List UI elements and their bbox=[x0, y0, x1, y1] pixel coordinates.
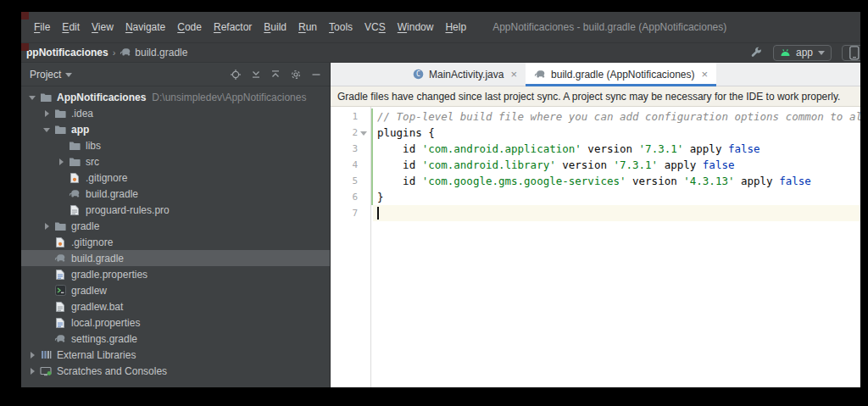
chevron-down-icon bbox=[818, 50, 825, 55]
tree-item-label: .gitignore bbox=[86, 172, 127, 184]
tree-item-settings-gradle[interactable]: settings.gradle bbox=[21, 331, 330, 347]
tree-item-label: local.properties bbox=[71, 317, 140, 329]
code-line-3[interactable]: 3 id 'com.android.application' version '… bbox=[331, 141, 860, 157]
project-panel: Project AppNotificacionesD:\unsimpledev\… bbox=[21, 63, 331, 387]
chevron-right-icon[interactable] bbox=[41, 110, 53, 117]
tree-item-libs[interactable]: libs bbox=[21, 137, 330, 153]
code-line-text: id 'com.google.gms.google-services' vers… bbox=[373, 173, 860, 189]
editor-area: CMainActivity.java×build.gradle (AppNoti… bbox=[331, 63, 860, 387]
fold-marker-icon[interactable] bbox=[358, 130, 370, 136]
tree-item-idea[interactable]: .idea bbox=[21, 105, 330, 121]
code-line-7[interactable]: 7 bbox=[331, 205, 860, 221]
code-segment: apply bbox=[658, 159, 703, 171]
tree-item-gitignore[interactable]: .gitignore bbox=[21, 234, 330, 250]
scratches-icon bbox=[38, 366, 53, 376]
tree-item-proguard-rules-pro[interactable]: proguard-rules.pro bbox=[21, 202, 330, 218]
chevron-down-icon[interactable] bbox=[26, 94, 38, 101]
tree-item-app[interactable]: app bbox=[21, 121, 330, 137]
tree-item-build-gradle[interactable]: build.gradle bbox=[21, 186, 330, 202]
tree-item-external-libraries[interactable]: External Libraries bbox=[21, 347, 330, 363]
menu-view[interactable]: View bbox=[86, 21, 120, 33]
tab-label: MainActivity.java bbox=[429, 69, 504, 81]
menu-help[interactable]: Help bbox=[439, 21, 472, 33]
menu-items: FileEditViewNavigateCodeRefactorBuildRun… bbox=[28, 21, 472, 33]
tree-item-local-properties[interactable]: local.properties bbox=[21, 314, 330, 331]
code-editor[interactable]: 1// Top-level build file where you can a… bbox=[331, 107, 860, 387]
close-icon[interactable]: × bbox=[510, 69, 517, 80]
libraries-icon bbox=[38, 349, 53, 360]
tab-mainactivity-java[interactable]: CMainActivity.java× bbox=[404, 63, 526, 86]
folder-icon bbox=[53, 124, 68, 135]
breadcrumb-separator-icon: › bbox=[113, 47, 116, 58]
code-segment: false bbox=[703, 159, 735, 171]
chevron-down-icon[interactable] bbox=[41, 126, 53, 133]
code-segment: '7.3.1' bbox=[613, 159, 658, 171]
code-segment: false bbox=[779, 175, 811, 187]
run-configuration-dropdown[interactable]: app bbox=[773, 45, 832, 61]
hide-panel-icon[interactable] bbox=[311, 70, 321, 80]
tree-item-src[interactable]: src bbox=[21, 153, 330, 170]
menu-vcs[interactable]: VCS bbox=[359, 21, 392, 33]
menu-run[interactable]: Run bbox=[292, 21, 323, 33]
project-panel-title[interactable]: Project bbox=[30, 69, 61, 81]
code-line-4[interactable]: 4 id 'com.android.library' version '7.3.… bbox=[331, 157, 860, 173]
tree-item-appnotificaciones[interactable]: AppNotificacionesD:\unsimpledev\AppNotif… bbox=[21, 89, 330, 105]
device-selector-button[interactable] bbox=[842, 45, 860, 61]
code-segment: version bbox=[626, 175, 684, 187]
menu-code[interactable]: Code bbox=[171, 21, 208, 33]
code-line-1[interactable]: 1// Top-level build file where you can a… bbox=[331, 108, 860, 125]
locate-file-icon[interactable] bbox=[230, 69, 242, 81]
tree-item-gradlew-bat[interactable]: gradlew.bat bbox=[21, 298, 330, 314]
git-icon bbox=[53, 236, 68, 248]
breadcrumb-project[interactable]: ppNotificaciones bbox=[26, 47, 108, 58]
menu-bar: FileEditViewNavigateCodeRefactorBuildRun… bbox=[21, 12, 860, 43]
run-toolbar: app bbox=[749, 45, 855, 61]
gradle-icon bbox=[534, 70, 546, 80]
chevron-right-icon[interactable] bbox=[26, 352, 38, 359]
tree-item-gradlew[interactable]: gradlew bbox=[21, 282, 330, 298]
menu-navigate[interactable]: Navigate bbox=[120, 21, 171, 33]
wrench-icon[interactable] bbox=[749, 46, 763, 59]
chevron-right-icon[interactable] bbox=[41, 223, 53, 230]
gear-icon[interactable] bbox=[290, 69, 302, 81]
menu-refactor[interactable]: Refactor bbox=[208, 21, 258, 33]
code-line-text: // Top-level build file where you can ad… bbox=[373, 108, 860, 125]
close-icon[interactable]: × bbox=[702, 69, 709, 80]
code-segment: id bbox=[377, 142, 422, 155]
code-line-text: plugins { bbox=[373, 125, 860, 141]
folder-icon bbox=[67, 140, 82, 151]
code-line-text: id 'com.android.library' version '7.3.1'… bbox=[373, 157, 860, 173]
menu-tools[interactable]: Tools bbox=[323, 21, 359, 33]
menu-edit[interactable]: Edit bbox=[56, 21, 86, 33]
code-line-2[interactable]: 2plugins { bbox=[331, 125, 860, 141]
code-line-text bbox=[373, 205, 860, 221]
expand-all-icon[interactable] bbox=[251, 69, 261, 80]
chevron-right-icon[interactable] bbox=[55, 159, 67, 165]
tree-item-gitignore[interactable]: .gitignore bbox=[21, 170, 330, 186]
code-segment: // Top-level build file where you can ad… bbox=[377, 110, 860, 123]
menu-build[interactable]: Build bbox=[258, 21, 292, 33]
tree-item-label: AppNotificaciones bbox=[57, 92, 146, 103]
line-number: 7 bbox=[331, 208, 358, 219]
menu-window[interactable]: Window bbox=[392, 21, 440, 33]
file-lines-icon bbox=[53, 301, 68, 313]
chevron-down-icon[interactable] bbox=[65, 72, 72, 77]
breadcrumb-file[interactable]: build.gradle bbox=[135, 47, 187, 58]
device-icon bbox=[849, 46, 860, 60]
tree-item-build-gradle[interactable]: build.gradle bbox=[21, 250, 330, 266]
folder-icon bbox=[38, 92, 53, 103]
code-line-5[interactable]: 5 id 'com.google.gms.google-services' ve… bbox=[331, 173, 860, 189]
code-segment: apply bbox=[683, 142, 728, 155]
tree-item-gradle-properties[interactable]: gradle.properties bbox=[21, 266, 330, 282]
tree-item-gradle[interactable]: gradle bbox=[21, 218, 330, 234]
code-line-text: id 'com.android.application' version '7.… bbox=[373, 141, 860, 157]
tree-item-label: .idea bbox=[71, 108, 93, 120]
collapse-all-icon[interactable] bbox=[270, 69, 281, 80]
code-line-6[interactable]: 6} bbox=[331, 189, 860, 205]
chevron-right-icon[interactable] bbox=[26, 368, 38, 375]
window-title: AppNotificaciones - build.gradle (AppNot… bbox=[492, 21, 726, 33]
tab-build-gradle-appnotificaciones[interactable]: build.gradle (AppNotificaciones)× bbox=[526, 63, 716, 86]
menu-file[interactable]: File bbox=[28, 21, 56, 33]
tree-item-scratches-and-consoles[interactable]: Scratches and Consoles bbox=[21, 363, 330, 379]
code-segment: false bbox=[728, 142, 760, 155]
